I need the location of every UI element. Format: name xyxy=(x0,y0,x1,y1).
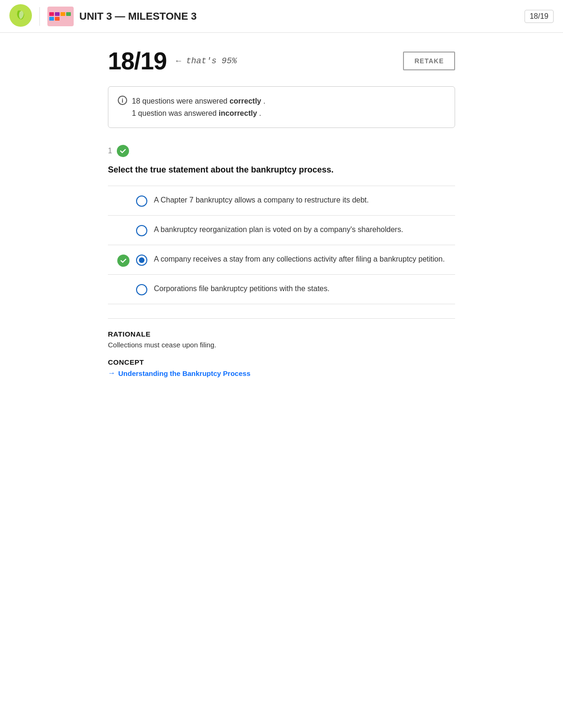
concept-link[interactable]: → Understanding the Bankruptcy Process xyxy=(108,369,455,377)
answer-text-a: A Chapter 7 bankruptcy allows a company … xyxy=(154,195,446,206)
arrow-right-icon: → xyxy=(108,369,115,377)
info-box: i 18 questions were answered correctly .… xyxy=(108,86,455,128)
answer-text-b: A bankruptcy reorganization plan is vote… xyxy=(154,224,446,236)
answer-text-d: Corporations file bankruptcy petitions w… xyxy=(154,283,446,295)
question-number: 1 xyxy=(108,147,112,155)
unit-thumbnail xyxy=(47,7,74,26)
question-text: Select the true statement about the bank… xyxy=(108,164,455,176)
rationale-text: Collections must cease upon filing. xyxy=(108,341,455,349)
checkmark-icon xyxy=(120,148,126,154)
answer-text-c: A company receives a stay from any colle… xyxy=(154,254,446,265)
score-annotation: ← that's 95% xyxy=(176,56,237,66)
period: . xyxy=(263,97,265,105)
concept-label: CONCEPT xyxy=(108,358,455,366)
radio-a[interactable] xyxy=(136,195,147,207)
question-correct-badge xyxy=(117,145,129,157)
checkmark-icon-c xyxy=(120,257,127,264)
retake-button[interactable]: RETAKE xyxy=(403,52,455,70)
incorrect-label: question was answered xyxy=(138,109,219,117)
answer-options: A Chapter 7 bankruptcy allows a company … xyxy=(108,186,455,304)
page-title: UNIT 3 — MILESTONE 3 xyxy=(79,10,525,23)
correct-emphasis: correctly xyxy=(229,97,261,105)
incorrect-emphasis: incorrectly xyxy=(219,109,257,117)
score-row: 18/19 ← that's 95% RETAKE xyxy=(108,47,455,75)
answer-option-c[interactable]: A company receives a stay from any colle… xyxy=(108,245,455,275)
info-icon: i xyxy=(118,96,127,105)
info-text: 18 questions were answered correctly . 1… xyxy=(132,95,266,119)
question-number-row: 1 xyxy=(108,145,455,157)
answer-option-d[interactable]: Corporations file bankruptcy petitions w… xyxy=(108,275,455,304)
header-score-badge: 18/19 xyxy=(525,10,554,23)
correct-count: 18 xyxy=(132,97,140,105)
radio-b[interactable] xyxy=(136,225,147,236)
page-header: UNIT 3 — MILESTONE 3 18/19 xyxy=(0,0,563,33)
answer-option-b[interactable]: A bankruptcy reorganization plan is vote… xyxy=(108,216,455,245)
info-box-row: i 18 questions were answered correctly .… xyxy=(118,95,445,119)
rationale-label: RATIONALE xyxy=(108,330,455,338)
concept-link-text: Understanding the Bankruptcy Process xyxy=(118,369,251,377)
answer-option-a[interactable]: A Chapter 7 bankruptcy allows a company … xyxy=(108,186,455,216)
header-divider xyxy=(39,7,40,26)
logo xyxy=(9,4,32,29)
main-content: 18/19 ← that's 95% RETAKE i 18 questions… xyxy=(99,33,464,410)
radio-d[interactable] xyxy=(136,284,147,295)
correct-answer-marker xyxy=(117,255,129,267)
score-display: 18/19 xyxy=(108,47,167,75)
question-block: 1 Select the true statement about the ba… xyxy=(108,145,455,377)
radio-c-dot xyxy=(139,257,145,263)
period2: . xyxy=(259,109,261,117)
rationale-section: RATIONALE Collections must cease upon fi… xyxy=(108,318,455,377)
correct-label: questions were answered xyxy=(142,97,229,105)
incorrect-count: 1 xyxy=(132,109,136,117)
radio-c[interactable] xyxy=(136,255,147,266)
